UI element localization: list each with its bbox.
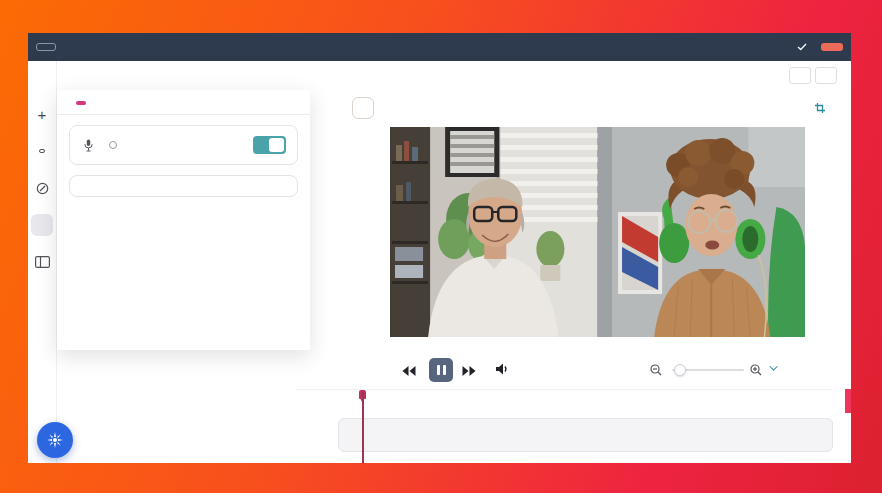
sparkle-burst-icon xyxy=(46,431,64,449)
export-button[interactable] xyxy=(821,43,843,51)
captions-button[interactable] xyxy=(31,140,53,162)
layout-icon xyxy=(35,256,50,268)
check-icon xyxy=(797,43,807,51)
page-background: + xyxy=(0,0,882,493)
editor-window: + xyxy=(28,33,851,463)
waveform xyxy=(339,426,833,452)
voice-isolation-toggle[interactable] xyxy=(253,136,286,154)
timeline-zoom-slider[interactable] xyxy=(672,369,744,371)
audio-waveform-track[interactable] xyxy=(338,418,833,452)
rewind-button[interactable] xyxy=(402,364,416,379)
video-speaker-right xyxy=(598,127,806,337)
ai-tools-panel-header xyxy=(57,90,310,115)
video-preview[interactable] xyxy=(390,127,805,337)
ai-tools-button[interactable] xyxy=(31,214,53,236)
left-icon-rail: + xyxy=(28,61,57,463)
captions-icon xyxy=(39,149,45,153)
volume-button[interactable] xyxy=(496,363,509,378)
editor-content: + xyxy=(28,61,851,463)
fast-forward-button[interactable] xyxy=(462,364,476,379)
pause-button[interactable] xyxy=(429,358,453,382)
multi-language-card[interactable] xyxy=(69,175,298,197)
clip-end-marker xyxy=(845,389,851,413)
speed-button[interactable] xyxy=(31,177,53,199)
pause-icon xyxy=(437,365,440,375)
microphone-icon xyxy=(81,139,95,152)
add-media-button[interactable]: + xyxy=(31,103,53,125)
pause-icon xyxy=(443,365,446,375)
speed-gauge-icon xyxy=(36,182,49,195)
transport-bar xyxy=(28,357,851,385)
crop-icon xyxy=(815,103,825,113)
zoom-out-icon[interactable] xyxy=(650,364,662,379)
hide-timeline-button[interactable] xyxy=(772,365,783,371)
info-icon xyxy=(109,141,117,149)
voice-isolation-card[interactable] xyxy=(69,125,298,165)
ai-badge xyxy=(76,101,86,105)
collapse-panel-button[interactable] xyxy=(352,97,374,119)
video-speaker-left xyxy=(390,127,598,337)
exit-button[interactable] xyxy=(36,43,56,51)
history-controls xyxy=(789,67,837,84)
chevron-down-icon xyxy=(769,362,777,370)
toggle-check-icon xyxy=(269,138,284,152)
zoom-in-icon[interactable] xyxy=(750,364,762,379)
top-bar xyxy=(28,33,851,61)
plus-icon: + xyxy=(38,106,47,123)
ai-assistant-fab[interactable] xyxy=(37,422,73,458)
layout-button[interactable] xyxy=(31,251,53,273)
translate-button[interactable] xyxy=(31,288,53,310)
redo-button[interactable] xyxy=(815,67,837,84)
undo-button[interactable] xyxy=(789,67,811,84)
saved-status xyxy=(797,43,811,51)
timeline-ruler[interactable] xyxy=(296,389,833,413)
ai-tools-panel xyxy=(57,90,310,350)
crop-button[interactable] xyxy=(815,103,829,113)
slider-handle[interactable] xyxy=(674,364,686,376)
